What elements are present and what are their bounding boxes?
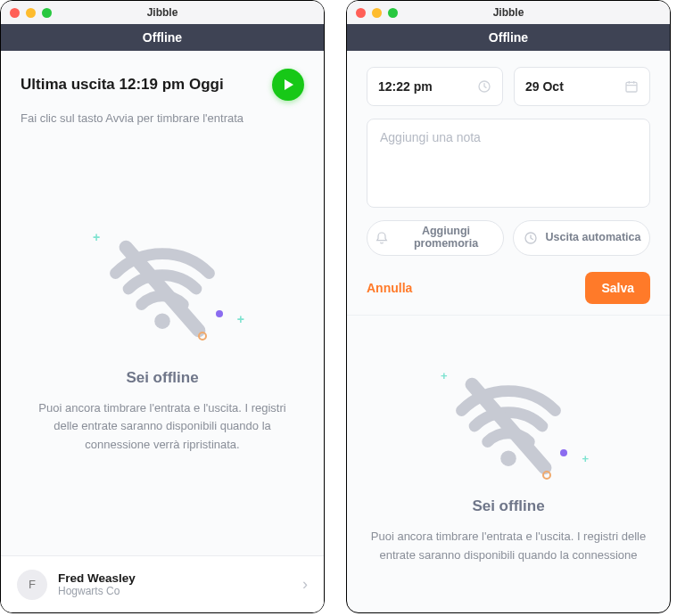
- svg-point-0: [154, 314, 170, 330]
- offline-description: Puoi ancora timbrare l'entrata e l'uscit…: [29, 399, 295, 453]
- play-button[interactable]: [272, 69, 304, 101]
- bell-icon: [375, 231, 389, 245]
- maximize-icon[interactable]: [42, 8, 52, 18]
- minimize-icon[interactable]: [372, 8, 382, 18]
- close-icon[interactable]: [356, 8, 366, 18]
- traffic-lights: [356, 8, 398, 18]
- status-bar: Offline: [347, 24, 670, 51]
- offline-panel: + + Sei offline Puoi ancora timbrare l'e…: [21, 134, 304, 555]
- status-bar: Offline: [1, 24, 324, 51]
- status-label: Offline: [143, 30, 182, 45]
- minimize-icon[interactable]: [26, 8, 36, 18]
- chevron-right-icon: ›: [302, 575, 308, 594]
- auto-exit-chip[interactable]: Uscita automatica: [513, 220, 650, 256]
- cancel-button[interactable]: Annulla: [367, 281, 412, 295]
- user-company: Hogwarts Co: [58, 585, 292, 597]
- clock-icon: [477, 79, 491, 94]
- sparkle-icon: +: [582, 452, 589, 465]
- note-placeholder: Aggiungi una nota: [380, 130, 481, 144]
- offline-panel: + + Sei offline Puoi ancora timbrare l'e…: [347, 316, 670, 612]
- offline-title: Sei offline: [126, 369, 198, 387]
- maximize-icon[interactable]: [388, 8, 398, 18]
- user-name: Fred Weasley: [58, 571, 292, 585]
- wifi-off-icon: [446, 373, 571, 480]
- close-icon[interactable]: [10, 8, 20, 18]
- time-value: 12:22 pm: [378, 79, 433, 94]
- avatar: F: [17, 570, 47, 600]
- date-field[interactable]: 29 Oct: [514, 67, 650, 106]
- titlebar: Jibble: [1, 1, 324, 24]
- play-icon: [282, 78, 294, 91]
- titlebar: Jibble: [347, 1, 670, 24]
- sparkle-icon: +: [441, 369, 448, 382]
- avatar-initial: F: [29, 578, 36, 591]
- time-field[interactable]: 12:22 pm: [367, 67, 503, 106]
- reminder-chip[interactable]: Aggiungi promemoria: [367, 220, 504, 256]
- traffic-lights: [10, 8, 52, 18]
- note-input[interactable]: Aggiungi una nota: [367, 119, 650, 208]
- sparkle-icon: +: [237, 312, 244, 326]
- wifi-off-icon: [100, 235, 225, 342]
- date-value: 29 Oct: [525, 79, 564, 94]
- auto-clock-icon: [523, 230, 539, 246]
- last-exit-headline: Ultima uscita 12:19 pm Oggi: [21, 76, 224, 94]
- user-footer[interactable]: F Fred Weasley Hogwarts Co ›: [1, 555, 324, 612]
- offline-description: Puoi ancora timbrare l'entrata e l'uscit…: [356, 528, 661, 563]
- calendar-icon: [624, 79, 639, 94]
- window-right: Jibble Offline 12:22 pm 29 Oct Aggiungi …: [346, 0, 671, 613]
- instruction-text: Fai clic sul tasto Avvia per timbrare l'…: [21, 111, 304, 125]
- sparkle-icon: +: [93, 230, 100, 244]
- reminder-label: Aggiungi promemoria: [396, 226, 496, 251]
- save-button[interactable]: Salva: [585, 272, 650, 304]
- auto-exit-label: Uscita automatica: [546, 232, 641, 244]
- offline-title: Sei offline: [472, 497, 544, 515]
- status-label: Offline: [489, 30, 528, 45]
- window-left: Jibble Offline Ultima uscita 12:19 pm Og…: [0, 0, 325, 613]
- svg-point-5: [500, 451, 516, 467]
- svg-rect-3: [626, 82, 637, 92]
